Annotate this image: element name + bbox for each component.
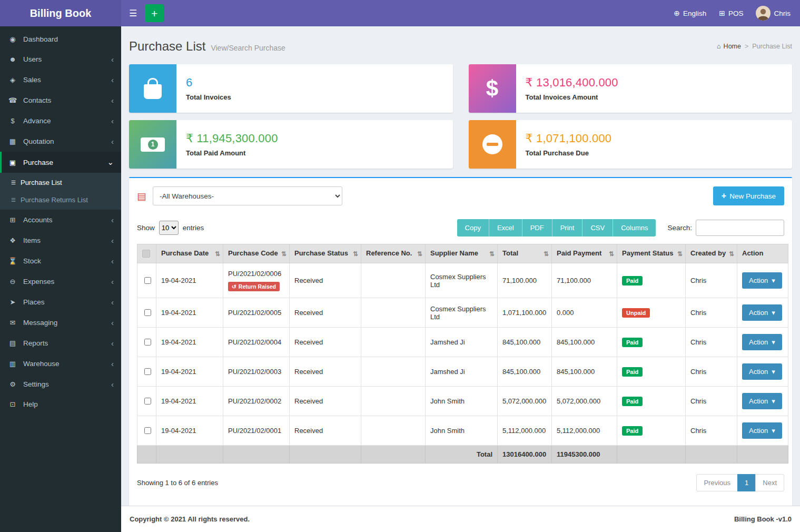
sort-icon[interactable]: ⇅	[729, 250, 734, 258]
header-action: Action	[737, 244, 788, 263]
header-total[interactable]: Total⇅	[498, 244, 552, 263]
sidebar-item-help[interactable]: ⊡ Help	[0, 395, 121, 414]
export-button[interactable]: Excel	[489, 219, 522, 237]
previous-page-button[interactable]: Previous	[696, 474, 738, 491]
sort-icon[interactable]: ⇅	[544, 250, 549, 258]
quick-add-button[interactable]: +	[145, 4, 164, 22]
header-payment-status[interactable]: Payment Status⇅	[617, 244, 686, 263]
next-page-button[interactable]: Next	[755, 474, 784, 491]
payment-status-cell: Paid	[617, 357, 686, 387]
export-button[interactable]: CSV	[582, 219, 613, 237]
row-checkbox[interactable]	[144, 427, 151, 434]
chevron-left-icon: ‹	[111, 298, 114, 307]
warehouse-icon: ▥	[8, 360, 17, 368]
plus-icon: +	[722, 191, 726, 201]
total-row-label: Total	[426, 446, 498, 464]
header-purchase-date[interactable]: Purchase Date⇅	[156, 244, 223, 263]
sidebar-item-stock[interactable]: ⌛ Stock ‹	[0, 251, 121, 271]
purchase-code-cell: PU/2021/02/0002	[223, 387, 290, 416]
sidebar: ◉ Dashboard ☻ Users ‹ ◈ Sales ‹ ☎ Contac…	[0, 26, 121, 532]
menu-toggle-icon[interactable]: ☰	[121, 8, 145, 19]
sidebar-item-quotation[interactable]: ▦ Quotation ‹	[0, 131, 121, 152]
sidebar-item-warehouse[interactable]: ▥ Warehouse ‹	[0, 353, 121, 374]
action-button[interactable]: Action ▾	[742, 272, 782, 289]
header-created-by[interactable]: Created by⇅	[686, 244, 737, 263]
users-icon: ☻	[8, 55, 17, 63]
copyright-text: Copyright © 2021 All rights reserved.	[130, 515, 250, 523]
caret-down-icon: ▾	[772, 427, 775, 435]
sidebar-item-purchase[interactable]: ▣ Purchase ⌄	[0, 152, 121, 173]
app-logo[interactable]: Billing Book	[0, 0, 121, 26]
pos-button[interactable]: ⊞ POS	[719, 9, 743, 17]
sidebar-item-accounts[interactable]: ⊞ Accounts ‹	[0, 210, 121, 230]
row-checkbox[interactable]	[144, 309, 151, 316]
sidebar-item-messaging[interactable]: ✉ Messaging ‹	[0, 312, 121, 333]
language-menu[interactable]: ⊕ English	[674, 9, 706, 17]
purchase-code-cell: PU/2021/02/0003	[223, 357, 290, 387]
chevron-left-icon: ‹	[111, 380, 114, 389]
payment-status-cell: Paid	[617, 328, 686, 357]
row-checkbox[interactable]	[144, 277, 151, 284]
sidebar-item-users[interactable]: ☻ Users ‹	[0, 49, 121, 70]
chevron-left-icon: ‹	[111, 318, 114, 327]
sidebar-item-sales[interactable]: ◈ Sales ‹	[0, 70, 121, 90]
payment-status-cell: Paid	[617, 416, 686, 446]
action-button[interactable]: Action ▾	[742, 304, 782, 321]
sort-icon[interactable]: ⇅	[417, 250, 422, 258]
action-cell: Action ▾	[737, 328, 788, 357]
sidebar-item-places[interactable]: ➤ Places ‹	[0, 292, 121, 312]
sidebar-item-purchase-list[interactable]: ☰ Purchase List	[0, 174, 121, 191]
sidebar-item-contacts[interactable]: ☎ Contacts ‹	[0, 90, 121, 111]
entries-per-page-select[interactable]: 10	[159, 221, 179, 235]
export-button[interactable]: Print	[552, 219, 583, 237]
table-header-row: Purchase Date⇅ Purchase Code⇅ Purchase S…	[137, 244, 788, 263]
sidebar-item-dashboard[interactable]: ◉ Dashboard	[0, 29, 121, 49]
export-button[interactable]: Copy	[457, 219, 489, 237]
row-checkbox[interactable]	[144, 339, 151, 346]
header-supplier-name[interactable]: Supplier Name⇅	[426, 244, 498, 263]
sort-icon[interactable]: ⇅	[609, 250, 614, 258]
return-raised-badge: ↺ Return Raised	[228, 282, 280, 291]
entries-label: entries	[183, 224, 204, 232]
export-button[interactable]: Columns	[613, 219, 656, 237]
action-button[interactable]: Action ▾	[742, 334, 782, 350]
sort-icon[interactable]: ⇅	[489, 250, 495, 258]
header-paid-payment[interactable]: Paid Payment⇅	[552, 244, 617, 263]
user-menu[interactable]: Chris	[756, 6, 791, 21]
sort-icon[interactable]: ⇅	[677, 250, 683, 258]
header-purchase-status[interactable]: Purchase Status⇅	[290, 244, 361, 263]
purchase-date-cell: 19-04-2021	[156, 328, 223, 357]
sidebar-item-settings[interactable]: ⚙ Settings ‹	[0, 374, 121, 395]
purchase-code-cell: PU/2021/02/0001	[223, 416, 290, 446]
sort-icon[interactable]: ⇅	[215, 250, 220, 258]
sidebar-item-expenses[interactable]: ⊖ Expenses ‹	[0, 271, 121, 292]
header-purchase-code[interactable]: Purchase Code⇅	[223, 244, 290, 263]
row-checkbox[interactable]	[144, 368, 151, 375]
header-reference-no[interactable]: Reference No.⇅	[361, 244, 426, 263]
action-button[interactable]: Action ▾	[742, 363, 782, 380]
sidebar-item-items[interactable]: ❖ Items ‹	[0, 230, 121, 251]
new-purchase-button[interactable]: + New Purchase	[713, 186, 784, 205]
warehouse-select[interactable]: -All Warehouses-	[153, 186, 342, 205]
purchase-date-cell: 19-04-2021	[156, 387, 223, 416]
main-content: Purchase List View/Search Purchase ⌂ Hom…	[121, 26, 800, 506]
page-1-button[interactable]: 1	[737, 474, 756, 491]
export-button[interactable]: PDF	[522, 219, 552, 237]
purchase-submenu: ☰ Purchase List ☰ Purchase Returns List	[0, 173, 121, 210]
chevron-left-icon: ‹	[111, 215, 114, 224]
sidebar-item-advance[interactable]: $ Advance ‹	[0, 111, 121, 131]
pagination: Previous 1 Next	[696, 474, 784, 491]
sort-icon[interactable]: ⇅	[353, 250, 358, 258]
sort-icon[interactable]: ⇅	[281, 250, 287, 258]
sidebar-item-reports[interactable]: ▤ Reports ‹	[0, 333, 121, 353]
action-button[interactable]: Action ▾	[742, 393, 782, 409]
paid-payment-cell: 845,100.000	[552, 357, 617, 387]
sidebar-item-purchase-returns-list[interactable]: ☰ Purchase Returns List	[0, 191, 121, 209]
select-all-checkbox[interactable]	[142, 250, 150, 258]
search-input[interactable]	[696, 220, 784, 236]
supplier-name-cell: John Smith	[426, 387, 498, 416]
home-icon: ⌂	[717, 43, 721, 50]
breadcrumb-home[interactable]: ⌂ Home	[717, 43, 741, 50]
action-button[interactable]: Action ▾	[742, 422, 782, 439]
row-checkbox[interactable]	[144, 398, 151, 405]
